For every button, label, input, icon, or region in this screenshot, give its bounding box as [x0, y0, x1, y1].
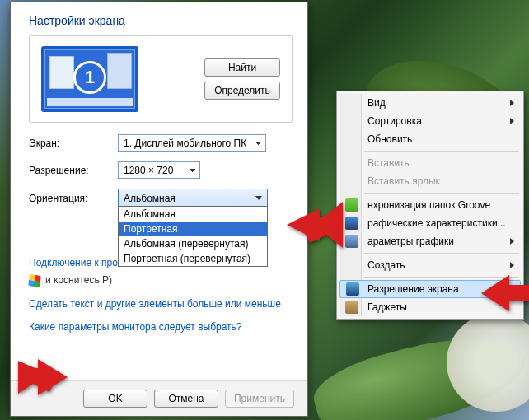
projector-hint: и коснитесь P)	[45, 273, 112, 288]
groove-icon	[345, 198, 358, 212]
detect-button[interactable]: Определить	[204, 82, 280, 100]
orientation-combo[interactable]: Альбомная	[118, 189, 268, 208]
ctx-view[interactable]: Вид	[339, 94, 521, 112]
context-menu-separator	[364, 253, 519, 254]
connect-projector-link[interactable]: Подключение к проек	[29, 257, 128, 268]
context-menu-separator	[364, 193, 519, 194]
orientation-option[interactable]: Альбомная	[119, 207, 267, 222]
cancel-button[interactable]: Отмена	[154, 390, 218, 408]
monitor-mock-window	[107, 53, 132, 89]
svg-marker-4	[38, 359, 68, 395]
ctx-groove-sync[interactable]: нхронизация папок Groove	[339, 196, 521, 214]
apply-button[interactable]: Применить	[225, 390, 294, 408]
context-menu-separator	[364, 151, 519, 152]
text-size-link[interactable]: Сделать текст и другие элементы больше и…	[29, 296, 293, 312]
monitor-number: 1	[73, 61, 106, 94]
ok-button[interactable]: OK	[83, 390, 147, 408]
ctx-graphics-params[interactable]: араметры графики	[339, 232, 521, 250]
monitor-mock-window	[49, 56, 74, 89]
windows-flag-icon	[29, 275, 40, 287]
resolution-label: Разрешение:	[29, 165, 118, 176]
submenu-arrow-icon	[510, 100, 514, 106]
svg-marker-1	[287, 208, 320, 241]
ctx-graphics-properties[interactable]: рафические характеристики...	[339, 214, 521, 232]
orientation-option[interactable]: Альбомная (перевернутая)	[119, 236, 267, 251]
graphics-icon	[345, 217, 358, 230]
chevron-down-icon	[255, 196, 262, 200]
screen-combo[interactable]: 1. Дисплей мобильного ПК	[118, 134, 266, 152]
red-arrow-callout	[287, 202, 343, 248]
orientation-dropdown: Альбомная Портретная Альбомная (переверн…	[118, 206, 268, 267]
find-button[interactable]: Найти	[204, 58, 280, 77]
orientation-value: Альбомная	[124, 193, 176, 204]
ctx-create[interactable]: Создать	[339, 256, 521, 274]
orientation-option[interactable]: Портретная (перевернутая)	[119, 251, 267, 266]
ctx-paste: Вставить	[339, 154, 521, 172]
monitor-thumbnail[interactable]: 1	[41, 46, 138, 112]
desktop-background: Настройки экрана 1 Найти Определить Экра…	[0, 0, 529, 420]
ctx-refresh[interactable]: Обновить	[339, 130, 521, 148]
graphics-icon	[345, 235, 358, 248]
ctx-sort[interactable]: Сортировка	[339, 112, 521, 130]
dialog-title: Настройки экрана	[29, 14, 293, 27]
screen-settings-dialog: Настройки экрана 1 Найти Определить Экра…	[10, 2, 308, 417]
monitor-mock-taskbar	[47, 98, 133, 106]
gadgets-icon	[345, 301, 358, 314]
monitor-preview-frame: 1 Найти Определить	[29, 35, 293, 123]
monitor-icon	[346, 282, 359, 296]
resolution-combo[interactable]: 1280 × 720	[118, 161, 200, 179]
submenu-arrow-icon	[510, 262, 514, 268]
screen-label: Экран:	[29, 138, 118, 149]
orientation-label: Ориентация:	[29, 193, 118, 204]
svg-marker-2	[481, 275, 529, 311]
submenu-arrow-icon	[510, 118, 514, 124]
which-settings-link[interactable]: Какие параметры монитора следует выбрать…	[29, 320, 293, 335]
red-arrow-callout	[481, 273, 529, 313]
orientation-option[interactable]: Портретная	[119, 222, 267, 236]
submenu-arrow-icon	[510, 238, 514, 245]
ctx-paste-shortcut: Вставить ярлык	[339, 172, 521, 190]
red-arrow-callout	[18, 356, 68, 399]
